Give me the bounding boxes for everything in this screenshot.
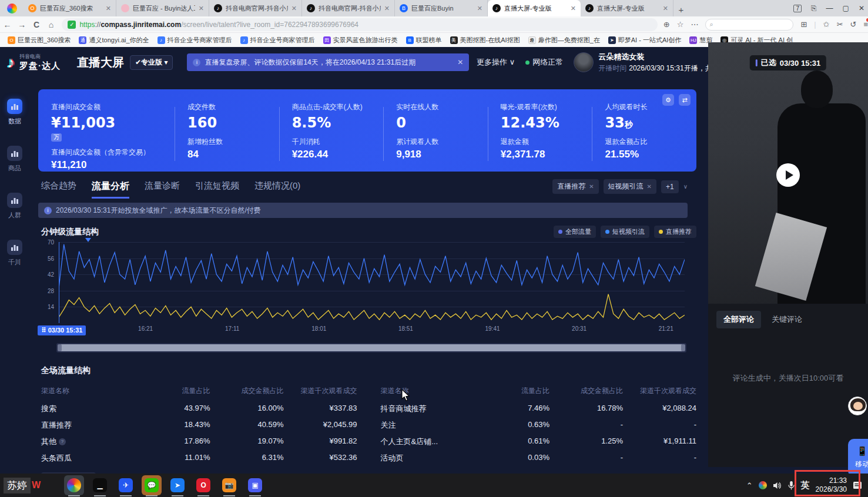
table-row: 活动页0.03%-- (381, 450, 697, 466)
bookmark-favicon: O (8, 36, 15, 44)
banner-close-icon[interactable]: ✕ (457, 58, 463, 66)
apps-grid-icon[interactable]: ⊞ (800, 20, 807, 29)
replay-video[interactable]: 已选 03/30 15:31 (708, 42, 868, 304)
tab-close-icon[interactable]: ✕ (384, 5, 390, 12)
sidebar-item-千川[interactable]: 千川 (7, 240, 22, 267)
browser-tab[interactable]: ♪抖音电商官网-抖音小店入驻✕ (302, 0, 395, 16)
bookmark-manager-icon[interactable]: ✩ (823, 20, 830, 29)
taskbar-app-browser-blue[interactable]: ➤ (167, 475, 187, 495)
back-button[interactable]: ← (0, 20, 15, 29)
legend-item[interactable]: 全部流量 (554, 226, 596, 238)
chevron-down-icon[interactable]: ∨ (683, 183, 688, 190)
float-button-移动[interactable]: 📱移动 (848, 439, 868, 476)
tab-流量分析[interactable]: 流量分析 (92, 180, 129, 199)
favorite-star-icon[interactable]: ☆ (677, 20, 684, 29)
taskbar-app-360-browser[interactable] (64, 475, 84, 495)
undo-icon[interactable]: ↺ (850, 20, 857, 29)
minimize-button[interactable]: — (826, 4, 833, 12)
wps-icon[interactable]: W (32, 480, 41, 491)
taskbar-app-chat-app[interactable]: ▣ (245, 475, 265, 495)
tab-close-icon[interactable]: ✕ (291, 5, 297, 12)
slider-thumb[interactable] (59, 344, 684, 351)
system-clock[interactable]: 21:33 2026/3/30 (816, 476, 847, 494)
forward-button[interactable]: → (15, 20, 29, 29)
browser-tab[interactable]: ♪抖音电商官网-抖音小店入驻✕ (209, 0, 302, 16)
taskbar-app-camera-app[interactable]: 📷 (219, 475, 239, 495)
sidebar-item-人群[interactable]: 人群 (7, 193, 22, 220)
slider-right-handle[interactable] (681, 344, 685, 351)
chip-remove-icon[interactable]: ✕ (589, 183, 594, 190)
bookmark-item[interactable]: ♪抖音企业号商家管理后 (237, 35, 318, 46)
browser-logo-icon[interactable] (0, 0, 24, 16)
comment-tab-关键评论[interactable]: 关键评论 (765, 311, 809, 328)
tab-综合趋势[interactable]: 综合趋势 (41, 180, 76, 199)
bookmark-item[interactable]: 田实景风蓝色旅游出行类 (320, 35, 401, 46)
maximize-button[interactable]: ▢ (843, 4, 849, 12)
taskbar-app-wechat[interactable]: 💬 (142, 475, 162, 495)
x-axis-selected-tick[interactable]: ⠿ 03/30 15:31 (38, 325, 86, 335)
taskbar-app-terminal[interactable]: ▁ (90, 475, 110, 495)
tab-违规情况(0)[interactable]: 违规情况(0) (254, 180, 300, 199)
scissors-icon[interactable]: ✂ (837, 20, 843, 29)
more-tools-icon[interactable]: ⋯ (691, 20, 698, 29)
tab-close-icon[interactable]: ✕ (663, 5, 668, 12)
browser-tab[interactable]: ♪直播大屏-专业版✕ (488, 0, 581, 16)
tab-引流短视频[interactable]: 引流短视频 (195, 180, 239, 199)
bookmark-item[interactable]: ➤即梦AI - 一站式AI创作 (605, 35, 685, 46)
bookmark-favicon: 田 (323, 36, 331, 44)
browser-tab[interactable]: ♪直播大屏-专业版✕ (581, 0, 673, 16)
home-button[interactable]: ⌂ (44, 20, 59, 29)
more-actions-dropdown[interactable]: 更多操作 ∨ (477, 57, 515, 68)
legend-item[interactable]: 直播推荐 (654, 226, 696, 238)
speaker-icon[interactable] (773, 482, 782, 489)
microphone-icon[interactable] (787, 481, 795, 491)
sidebar-item-商品[interactable]: 商品 (7, 146, 22, 173)
bookmark-item[interactable]: O巨量云图_360搜索 (5, 35, 73, 46)
chart-range-slider[interactable] (56, 343, 686, 352)
play-button[interactable] (776, 163, 800, 187)
comment-tab-全部评论[interactable]: 全部评论 (716, 311, 761, 328)
tray-360-icon[interactable] (759, 481, 767, 489)
tab-流量诊断[interactable]: 流量诊断 (145, 180, 180, 199)
filter-more-chip[interactable]: +1 (661, 180, 679, 193)
help-icon[interactable]: ? (59, 438, 66, 445)
bookmark-item[interactable]: ♪抖音企业号商家管理后 (155, 35, 235, 46)
bookmark-item[interactable]: 通通义tongyi.ai_你的全 (76, 35, 152, 46)
filter-chip[interactable]: 直播推荐✕ (552, 179, 598, 194)
input-method-indicator[interactable]: 英 (801, 480, 810, 491)
slider-left-handle[interactable] (58, 344, 62, 351)
boxed-seven-icon[interactable]: 7 (793, 5, 802, 12)
browser-tab[interactable]: 巨量百应 - Buyin达人工作台✕ (116, 0, 209, 16)
reload-button[interactable]: C (29, 20, 44, 29)
bookmark-item[interactable]: 趣趣作图—免费抠图_在 (525, 35, 603, 46)
browser-search-input[interactable]: ⌕ (705, 19, 793, 31)
taskbar-app-qianchuan[interactable]: ✈ (116, 475, 136, 495)
chip-remove-icon[interactable]: ✕ (647, 183, 652, 190)
brand-logo[interactable]: ♪ 抖音电商 罗盘·达人 (7, 53, 61, 72)
minute-traffic-chart[interactable]: 7056422814 ⠿ 03/30 15:3116:2117:1118:011… (29, 242, 696, 368)
brand-small-label: 抖音电商 (19, 53, 61, 61)
version-badge[interactable]: ✔专业版 ▾ (130, 55, 173, 70)
tab-close-icon[interactable]: ✕ (571, 5, 576, 12)
tab-close-icon[interactable]: ✕ (477, 5, 482, 12)
zoom-icon[interactable]: ⊕ (663, 20, 670, 29)
legend-item[interactable]: 短视频引流 (601, 226, 649, 238)
new-tab-button[interactable]: + (673, 2, 689, 16)
tab-close-icon[interactable]: ✕ (106, 5, 111, 12)
taskbar-app-red-app[interactable]: O (193, 475, 213, 495)
close-button[interactable]: ✕ (859, 4, 864, 12)
address-bar[interactable]: ✓ https://compass.jinritemai.com/screen/… (62, 18, 657, 31)
bookmark-item[interactable]: B联盟榜单 (403, 35, 445, 46)
sidebar-icon (7, 99, 22, 114)
browser-tab[interactable]: B巨量百应Buyin✕ (395, 0, 488, 16)
tray-expand-icon[interactable]: ⌃ (746, 481, 753, 490)
sidebar-item-数据[interactable]: 数据 (7, 99, 22, 126)
tab-close-icon[interactable]: ✕ (199, 5, 204, 12)
browser-tab[interactable]: O巨量百应_360搜索✕ (24, 0, 116, 16)
notification-icon[interactable] (853, 481, 862, 489)
assistant-avatar[interactable] (848, 397, 867, 415)
filter-chip[interactable]: 短视频引流✕ (604, 179, 656, 194)
menu-icon[interactable]: ≡ (863, 20, 868, 29)
clipboard-icon[interactable]: ⎘ (811, 4, 817, 12)
bookmark-item[interactable]: 美美图抠图-在线AI抠图 (447, 35, 523, 46)
